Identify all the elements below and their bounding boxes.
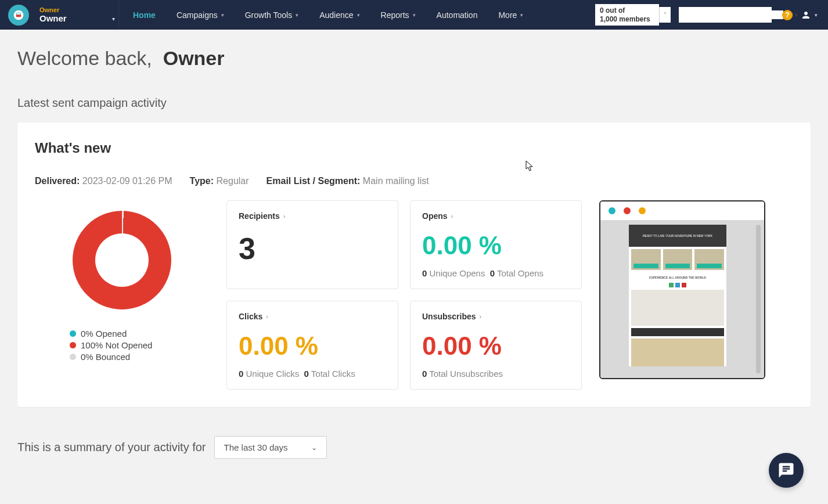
chevron-right-icon: › <box>266 313 268 320</box>
user-menu[interactable]: ▾ <box>801 10 818 20</box>
legend-not-opened: 100% Not Opened <box>70 340 152 350</box>
preview-image-block <box>631 290 724 326</box>
nav-separator <box>118 0 119 30</box>
members-line2: 1,000 members <box>600 15 654 23</box>
num: 0 <box>422 369 427 379</box>
list-value: Main mailing list <box>363 176 429 186</box>
stats-area: 0% Opened 100% Not Opened 0% Bounced Rec… <box>35 200 793 390</box>
list-label: Email List / Segment: <box>267 176 361 186</box>
nav-label: Home <box>133 10 156 20</box>
top-navbar: Owner Owner ▾ Home Campaigns▾ Growth Too… <box>0 0 828 30</box>
chart-legend: 0% Opened 100% Not Opened 0% Bounced <box>35 327 152 363</box>
type-label: Type: <box>190 176 214 186</box>
search-box[interactable]: All▾ <box>679 7 772 23</box>
nav-audience[interactable]: Audience▾ <box>309 0 370 30</box>
metric-clicks: Clicks› 0.00 % 0 Unique Clicks 0 Total C… <box>226 301 398 390</box>
type-meta: Type: Regular <box>190 176 249 186</box>
open-rate-chart: 0% Opened 100% Not Opened 0% Bounced <box>35 200 209 363</box>
legend-label: 100% Not Opened <box>81 340 152 350</box>
metric-subtext: 0 Unique Opens 0 Total Opens <box>422 268 570 278</box>
whats-new-title: What's new <box>35 140 793 156</box>
preview-scrollbar[interactable] <box>756 225 761 373</box>
delivered-meta: Delivered: 2023-02-09 01:26 PM <box>35 176 172 186</box>
metrics-grid: Recipients› 3 Opens› 0.00 % 0 Unique Ope… <box>226 200 582 390</box>
metric-subtext: 0 Total Unsubscribes <box>422 369 570 379</box>
metric-head-opens[interactable]: Opens› <box>422 211 570 221</box>
chat-fab[interactable] <box>769 453 804 488</box>
metric-value: 0.00 % <box>422 332 570 361</box>
members-quota[interactable]: 0 out of 1,000 members <box>595 4 659 26</box>
metric-label: Recipients <box>239 211 280 221</box>
help-button[interactable]: ? <box>782 10 793 20</box>
period-select[interactable]: The last 30 days ⌄ <box>214 436 327 459</box>
account-label-top: Owner <box>39 6 115 13</box>
mascot-icon <box>13 9 24 21</box>
chevron-right-icon: › <box>451 213 453 219</box>
metric-head-clicks[interactable]: Clicks› <box>239 312 386 321</box>
delivered-label: Delivered: <box>35 176 80 186</box>
user-icon <box>801 10 811 20</box>
swatch-grey <box>70 354 76 360</box>
nav-campaigns[interactable]: Campaigns▾ <box>166 0 235 30</box>
num: 0 <box>304 369 309 379</box>
account-label-bottom: Owner <box>39 13 115 23</box>
chevron-down-icon: ▾ <box>357 12 360 18</box>
search-input[interactable] <box>682 10 783 19</box>
summary-text: This is a summary of your activity for <box>17 441 206 454</box>
donut-chart <box>73 211 171 309</box>
metric-label: Unsubscribes <box>422 312 476 321</box>
nav-label: More <box>498 10 517 20</box>
preview-hero: READY TO LIVE YOUR ADVENTURE IN NEW YORK <box>629 225 726 247</box>
period-label: The last 30 days <box>224 442 288 452</box>
chevron-down-icon: ▾ <box>520 12 523 18</box>
welcome-prefix: Welcome back, <box>17 47 152 69</box>
nav-items: Home Campaigns▾ Growth Tools▾ Audience▾ … <box>123 0 534 30</box>
nav-automation[interactable]: Automation <box>426 0 488 30</box>
txt: Total Clicks <box>311 369 355 379</box>
txt: Unique Opens <box>430 268 485 278</box>
chevron-down-icon: ▾ <box>413 12 416 18</box>
window-dot-red <box>624 207 631 214</box>
chevron-right-icon: › <box>480 313 482 320</box>
metric-opens: Opens› 0.00 % 0 Unique Opens 0 Total Ope… <box>410 200 582 289</box>
num: 0 <box>422 268 427 278</box>
preview-mid-heading: EXPERIENCE ALL AROUND THE WORLD <box>629 272 726 283</box>
delivered-value: 2023-02-09 01:26 PM <box>82 176 172 186</box>
metric-label: Clicks <box>239 312 262 321</box>
nav-home[interactable]: Home <box>123 0 166 30</box>
nav-label: Automation <box>437 10 478 20</box>
legend-bounced: 0% Bounced <box>70 352 152 362</box>
preview-body: READY TO LIVE YOUR ADVENTURE IN NEW YORK… <box>600 220 764 378</box>
campaign-meta-row: Delivered: 2023-02-09 01:26 PM Type: Reg… <box>35 176 793 186</box>
welcome-heading: Welcome back, Owner <box>17 47 811 70</box>
legend-label: 0% Bounced <box>81 352 130 362</box>
help-icon: ? <box>785 10 790 19</box>
metric-head-unsubscribes[interactable]: Unsubscribes› <box>422 312 570 321</box>
chevron-right-icon: › <box>283 213 286 219</box>
nav-label: Growth Tools <box>245 10 292 20</box>
activity-summary-row: This is a summary of your activity for T… <box>17 436 811 459</box>
window-dot-teal <box>609 207 615 214</box>
app-logo[interactable] <box>8 5 29 26</box>
members-line1: 0 out of <box>600 6 654 15</box>
metric-head-recipients[interactable]: Recipients› <box>239 211 386 221</box>
swatch-red <box>70 342 76 348</box>
nav-label: Reports <box>381 10 409 20</box>
chat-icon <box>777 462 795 479</box>
nav-reports[interactable]: Reports▾ <box>370 0 426 30</box>
chevron-down-icon: ▾ <box>112 16 115 22</box>
nav-growth-tools[interactable]: Growth Tools▾ <box>235 0 309 30</box>
campaign-preview[interactable]: READY TO LIVE YOUR ADVENTURE IN NEW YORK… <box>599 200 765 379</box>
txt: Total Unsubscribes <box>429 369 503 379</box>
type-value: Regular <box>217 176 249 186</box>
preview-dark-strip <box>631 328 724 336</box>
nav-more[interactable]: More▾ <box>488 0 534 30</box>
whats-new-card: What's new Delivered: 2023-02-09 01:26 P… <box>17 123 811 407</box>
account-switcher[interactable]: Owner Owner ▾ <box>39 6 115 23</box>
members-dropdown[interactable]: ˅ <box>659 7 671 23</box>
txt: Unique Clicks <box>246 369 300 379</box>
donut-hole <box>95 233 149 287</box>
chevron-down-icon: ▾ <box>815 12 818 18</box>
num: 0 <box>239 369 243 379</box>
metric-subtext: 0 Unique Clicks 0 Total Clicks <box>239 369 386 379</box>
